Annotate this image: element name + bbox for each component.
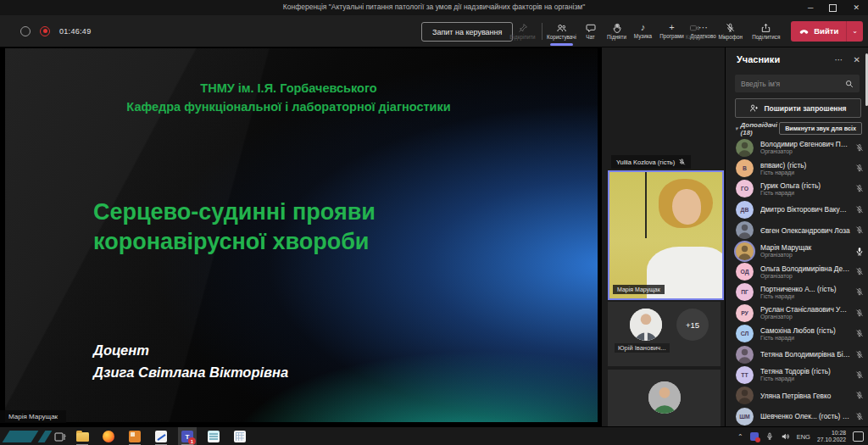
mic-muted-icon[interactable] (850, 164, 868, 173)
tray-expand-chevron[interactable]: ⌃ (737, 433, 743, 441)
chat-button[interactable]: Чат (577, 17, 604, 46)
notification-badge: 1 (188, 437, 196, 445)
share-invite-button[interactable]: Поширити запрошення (735, 98, 861, 118)
person-photo-icon (648, 381, 681, 414)
mic-muted-icon[interactable] (850, 370, 868, 380)
participant-row[interactable]: Марія МарущакОрганізатор (726, 241, 868, 261)
panel-more-icon[interactable]: ⋯ (835, 55, 843, 64)
participant-initials-avatar: СЛ (736, 325, 754, 342)
tray-mic-icon[interactable] (765, 432, 774, 441)
participant-row[interactable]: ГОГурик Ольга (гість)Гість наради (726, 179, 868, 199)
participant-row[interactable]: СЛСамохіна Любов (гість)Гість наради (726, 324, 868, 344)
minimize-button[interactable]: ─ (808, 0, 813, 15)
chat-icon (586, 23, 596, 33)
folder-icon (76, 432, 89, 442)
presenters-section-label[interactable]: ▾ Доповідачі (18) (735, 121, 779, 136)
avatar (648, 381, 681, 414)
spreadsheet-app-button[interactable] (231, 427, 249, 445)
microphone-button[interactable]: Мікрофон (715, 17, 746, 46)
mic-on-icon[interactable] (850, 247, 868, 256)
start-corner-shape[interactable] (3, 431, 50, 442)
participant-role: Гість наради (760, 190, 850, 197)
participants-video-tile[interactable]: Юрій Іванович... +15 (608, 302, 721, 366)
mic-muted-icon[interactable] (850, 205, 868, 214)
mute-all-button[interactable]: Вимкнути звук для всіх (779, 122, 862, 135)
pin-icon (518, 23, 528, 33)
avatar (630, 309, 662, 341)
participant-row[interactable]: Тетяна Володимирівна Бігуняк (726, 344, 868, 364)
overflow-participants-badge[interactable]: +15 (676, 309, 709, 341)
slide-title: Серцево-судинні прояви коронавірусної хв… (93, 197, 376, 257)
participant-role: Організатор (760, 273, 850, 280)
share-button[interactable]: Поділитися (750, 17, 782, 46)
orange-app-button[interactable] (125, 427, 144, 445)
participant-row[interactable]: Євген Олександрович Лоза (726, 220, 868, 241)
video-feed (609, 172, 722, 298)
participant-initials-avatar: РУ (736, 304, 754, 322)
camera-off-icon (689, 23, 700, 33)
language-indicator[interactable]: ENG (797, 433, 810, 441)
teams-button[interactable]: T 1 (178, 427, 197, 445)
participant-row[interactable]: РУРуслан Станіславович Усинськ...Організ… (726, 303, 868, 323)
participant-role: Організатор (760, 148, 850, 155)
participant-row[interactable]: ШМШевченко Олек... (гость) (гість) (726, 406, 868, 426)
participant-row[interactable]: Уляна Петрівна Гевко (726, 386, 868, 406)
participant-row[interactable]: ДВДмитро Вікторович Вакуленко (726, 199, 868, 220)
mic-muted-icon[interactable] (850, 184, 868, 193)
task-view-button[interactable] (54, 431, 66, 445)
leave-options-chevron[interactable]: ⌄ (847, 27, 863, 35)
teams-icon: T 1 (181, 431, 193, 442)
meeting-status-icon (20, 26, 31, 36)
active-speaker-video-tile[interactable]: Марія Марущак (608, 170, 724, 300)
task-view-icon (54, 431, 66, 442)
participants-video-tile[interactable] (608, 370, 721, 426)
request-control-button[interactable]: Запит на керування (421, 22, 513, 42)
file-explorer-button[interactable] (73, 427, 92, 445)
participant-name: впваис) (гість) (760, 161, 850, 170)
music-button[interactable]: ♪ Музика (630, 17, 656, 46)
pinned-participant-label: Yuliia Kozlova (гість) (611, 155, 691, 169)
camera-button[interactable]: Камера (679, 17, 710, 46)
hangup-icon (798, 26, 810, 36)
maximize-button[interactable] (829, 4, 837, 12)
notes-app-button[interactable] (204, 427, 223, 445)
firefox-button[interactable] (99, 427, 118, 445)
mic-muted-icon[interactable] (850, 143, 868, 153)
participant-row[interactable]: ТТТетяна Тодорів (гість)Гість наради (726, 364, 868, 385)
panel-close-icon[interactable]: ✕ (854, 55, 860, 64)
mic-muted-icon[interactable] (850, 309, 868, 318)
unpin-button[interactable]: Відкріпити (507, 17, 538, 46)
clock[interactable]: 10:28 27.10.2022 (817, 430, 846, 443)
mic-muted-icon[interactable] (850, 329, 868, 338)
people-button[interactable]: Користувачі (546, 17, 577, 46)
mic-muted-icon[interactable] (850, 412, 868, 421)
participant-name: Володимир Євгенович Пелих (760, 140, 850, 148)
mic-muted-icon[interactable] (850, 391, 868, 400)
mic-muted-icon[interactable] (850, 287, 868, 297)
participant-row[interactable]: Володимир Євгенович ПелихОрганізатор (726, 137, 868, 158)
participant-search[interactable] (735, 75, 860, 92)
search-input[interactable] (735, 80, 845, 88)
chevron-down-icon: ▾ (735, 125, 738, 132)
leave-button[interactable]: Вийти ⌄ (791, 21, 863, 42)
mic-muted-icon[interactable] (850, 225, 868, 235)
mic-muted-icon[interactable] (850, 267, 868, 276)
participant-name: Тетяна Володимирівна Бігуняк (760, 350, 850, 359)
raise-hand-button[interactable]: Підняти (604, 17, 630, 46)
tray-volume-icon[interactable] (781, 432, 790, 441)
editor-app-button[interactable] (152, 427, 170, 445)
participant-row[interactable]: Ввпваис) (гість)Гість наради (726, 158, 868, 178)
participant-name: Руслан Станіславович Усинськ... (760, 305, 850, 314)
participant-row[interactable]: ОДОльга Володимирівна ДенефільОрганізато… (726, 261, 868, 281)
action-center-icon[interactable] (853, 431, 864, 442)
participant-name: Портниченко А... (гість) (760, 285, 850, 293)
tray-teams-icon[interactable] (750, 432, 759, 441)
participant-row[interactable]: ПГПортниченко А... (гість)Гість наради (726, 282, 868, 303)
close-button[interactable]: ✕ (853, 0, 860, 15)
panel-title: Учасники (737, 54, 825, 64)
participant-name: Гурик Ольга (гість) (760, 181, 850, 190)
mic-muted-icon[interactable] (850, 350, 868, 359)
toolbar-separator (542, 23, 542, 40)
presentation-stage[interactable]: ТНМУ ім. І.Я. Горбачевського Кафедра фун… (0, 47, 602, 426)
participant-name: Євген Олександрович Лоза (760, 226, 850, 235)
